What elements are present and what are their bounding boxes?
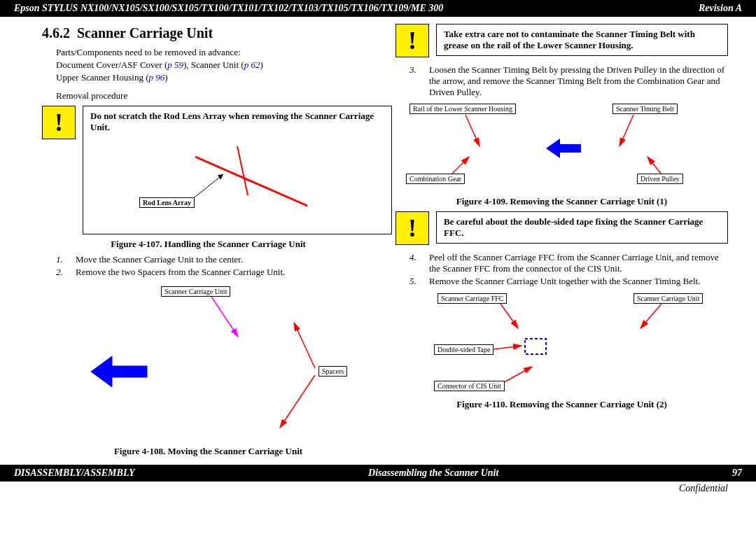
page-ref-59[interactable]: p 59 — [167, 59, 183, 70]
svg-line-15 — [493, 346, 522, 349]
step-3-text: Loosen the Scanner Timing Belt by pressi… — [429, 64, 728, 98]
caution-icon: ! — [42, 106, 76, 139]
step-5-text: Remove the Scanner Carriage Unit togethe… — [429, 276, 700, 287]
svg-line-11 — [648, 157, 662, 174]
svg-line-4 — [210, 295, 238, 337]
figure-110-diagram: Scanner Carriage FFC Scanner Carriage Un… — [396, 290, 728, 395]
caution-1-text: Do not scratch the Rod Lens Array when r… — [90, 111, 384, 133]
caution-3: ! Be careful about the double-sided tape… — [396, 211, 728, 245]
svg-line-14 — [640, 304, 662, 328]
caution-1: ! Do not scratch the Rod Lens Array when… — [42, 106, 374, 234]
label-connector-cis: Connector of CIS Unit — [434, 381, 505, 391]
header-title: Epson STYLUS NX100/NX105/SX100/SX105/TX1… — [14, 3, 443, 14]
svg-line-9 — [620, 115, 634, 146]
svg-line-8 — [465, 115, 479, 146]
svg-line-16 — [500, 367, 532, 384]
footer-left: DISASSEMBLY/ASSEMBLY — [14, 468, 134, 479]
caution-icon: ! — [396, 24, 429, 57]
parts-refs: Document Cover/ASF Cover (p 59), Scanner… — [56, 59, 374, 71]
step-2-text: Remove the two Spacers from the Scanner … — [76, 267, 285, 278]
label-double-sided-tape: Double-sided Tape — [434, 344, 493, 355]
label-scanner-carriage-unit-2: Scanner Carriage Unit — [634, 293, 703, 304]
svg-line-1 — [237, 146, 248, 195]
section-heading: 4.6.2 Scanner Carriage Unit — [42, 25, 374, 41]
left-column: 4.6.2 Scanner Carriage Unit Parts/Compon… — [42, 24, 374, 461]
figure-109-caption: Figure 4-109. Removing the Scanner Carri… — [396, 196, 728, 207]
figure-108-caption: Figure 4-108. Moving the Scanner Carriag… — [42, 446, 374, 457]
svg-marker-12 — [546, 139, 581, 158]
page-ref-62[interactable]: p 62 — [244, 59, 260, 70]
removal-procedure-label: Removal procedure — [56, 90, 374, 101]
step-2: 2. Remove the two Spacers from the Scann… — [56, 267, 374, 278]
caution-1-box: Do not scratch the Rod Lens Array when r… — [83, 106, 392, 234]
label-scanner-carriage: Scanner Carriage Unit — [161, 286, 230, 297]
caution-3-text: Be careful about the double-sided tape f… — [436, 211, 728, 244]
svg-rect-17 — [525, 339, 546, 354]
step-1: 1. Move the Scanner Carriage Unit to the… — [56, 254, 374, 265]
footer-center: Disassembling the Scanner Unit — [368, 468, 498, 479]
section-number: 4.6.2 — [42, 25, 70, 41]
svg-marker-3 — [218, 174, 223, 180]
figure-109-diagram: Rail of the Lower Scanner Housing Scanne… — [396, 101, 728, 192]
label-spacers: Spacers — [318, 366, 347, 377]
svg-marker-7 — [91, 356, 147, 387]
step-4: 4. Peel off the Scanner Carriage FFC fro… — [410, 252, 728, 274]
upper-scanner-ref: Upper Scanner Housing (p 96) — [56, 72, 374, 83]
caution-2-text: Take extra care not to contaminate the S… — [436, 24, 728, 56]
footer-page: 97 — [732, 468, 742, 479]
step-1-text: Move the Scanner Carriage Unit to the ce… — [76, 254, 243, 265]
step-3: 3. Loosen the Scanner Timing Belt by pre… — [410, 64, 728, 98]
caution-2: ! Take extra care not to contaminate the… — [396, 24, 728, 57]
figure-110-caption: Figure 4-110. Removing the Scanner Carri… — [396, 399, 728, 410]
svg-line-13 — [500, 304, 518, 328]
confidential-label: Confidential — [0, 482, 756, 501]
svg-line-0 — [195, 157, 307, 206]
page-content: 4.6.2 Scanner Carriage Unit Parts/Compon… — [0, 17, 756, 465]
step-4-text: Peel off the Scanner Carriage FFC from t… — [429, 252, 728, 274]
label-timing-belt: Scanner Timing Belt — [612, 104, 678, 114]
figure-107-diagram: Rod Lens Array — [90, 136, 384, 227]
figure-107-caption: Figure 4-107. Handling the Scanner Carri… — [42, 239, 374, 250]
svg-line-6 — [280, 375, 315, 428]
intro-block: Parts/Components need to be removed in a… — [56, 47, 374, 101]
label-rod-lens: Rod Lens Array — [139, 197, 195, 208]
parts-line: Parts/Components need to be removed in a… — [56, 47, 374, 58]
header-revision: Revision A — [699, 3, 742, 14]
svg-line-10 — [451, 157, 469, 174]
label-combination-gear: Combination Gear — [406, 174, 465, 184]
page-ref-96[interactable]: p 96 — [149, 72, 165, 83]
step-5: 5. Remove the Scanner Carriage Unit toge… — [410, 276, 728, 287]
caution-icon: ! — [396, 211, 429, 245]
label-driven-pulley: Driven Pulley — [637, 174, 683, 184]
blue-arrow-icon — [91, 356, 147, 387]
figure-108-diagram: Scanner Carriage Unit Spacers — [42, 281, 374, 442]
section-title-text: Scanner Carriage Unit — [77, 25, 213, 41]
label-rail-lower: Rail of the Lower Scanner Housing — [410, 104, 516, 114]
svg-line-5 — [294, 323, 315, 368]
right-column: ! Take extra care not to contaminate the… — [396, 24, 728, 461]
label-scanner-carriage-ffc: Scanner Carriage FFC — [438, 293, 507, 304]
footer-bar: DISASSEMBLY/ASSEMBLY Disassembling the S… — [0, 465, 756, 482]
header-bar: Epson STYLUS NX100/NX105/SX100/SX105/TX1… — [0, 0, 756, 17]
